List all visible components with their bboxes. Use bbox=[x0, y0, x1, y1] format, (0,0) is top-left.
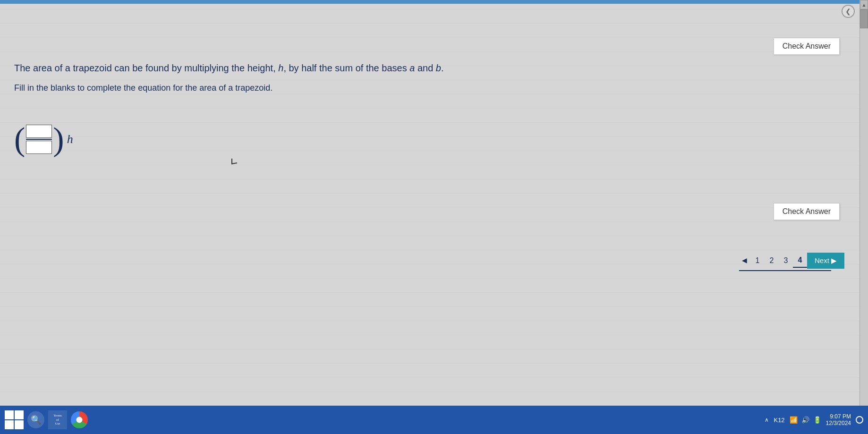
page-num-4[interactable]: 4 bbox=[793, 254, 807, 268]
check-answer-top-button[interactable]: Check Answer bbox=[774, 38, 840, 55]
taskbar-search-button[interactable]: 🔍 bbox=[27, 411, 44, 428]
top-bar bbox=[0, 0, 859, 4]
problem-line1-part4: . bbox=[441, 63, 444, 73]
fraction-denominator-input[interactable] bbox=[26, 141, 52, 154]
scrollbar[interactable]: ▲ bbox=[859, 0, 868, 406]
windows-icon-tr bbox=[15, 410, 24, 419]
page-num-1[interactable]: 1 bbox=[750, 254, 765, 268]
h-multiplier: h bbox=[67, 132, 73, 146]
back-icon: ❮ bbox=[845, 8, 851, 16]
cursor-indicator bbox=[231, 158, 237, 164]
search-icon: 🔍 bbox=[31, 415, 41, 425]
main-content bbox=[0, 0, 859, 406]
problem-line1-part1: The area of a trapezoid can be found by … bbox=[14, 63, 278, 73]
page-num-3[interactable]: 3 bbox=[779, 254, 793, 268]
problem-line1-part2: , by half the sum of the bases bbox=[283, 63, 409, 73]
taskbar-chrome-button[interactable] bbox=[71, 411, 88, 428]
wifi-icon: 📶 bbox=[790, 416, 798, 424]
volume-icon: 🔊 bbox=[801, 416, 809, 424]
scrollbar-up-arrow[interactable]: ▲ bbox=[860, 0, 868, 9]
windows-icon-bl bbox=[5, 420, 14, 429]
taskbar: 🔍 TermsofUse ∧ K12 📶 🔊 🔋 9:07 PM 12/3/20… bbox=[0, 406, 868, 434]
paren-right: ) bbox=[53, 123, 64, 156]
back-button[interactable]: ❮ bbox=[842, 5, 855, 18]
taskbar-right-area: ∧ K12 📶 🔊 🔋 9:07 PM 12/3/2024 bbox=[765, 413, 863, 426]
taskbar-time-display: 9:07 PM bbox=[826, 413, 851, 420]
problem-line2: Fill in the blanks to complete the equat… bbox=[14, 83, 830, 93]
terms-label: TermsofUse bbox=[53, 414, 61, 425]
math-expression: ( ) h bbox=[14, 123, 73, 156]
windows-start-button[interactable] bbox=[5, 410, 24, 429]
problem-line1-h: h bbox=[278, 63, 283, 73]
windows-icon-br bbox=[15, 420, 24, 429]
taskbar-terms-button[interactable]: TermsofUse bbox=[48, 410, 67, 429]
taskbar-date-display: 12/3/2024 bbox=[826, 420, 851, 426]
scrollbar-thumb[interactable] bbox=[860, 9, 868, 28]
pagination-row: ◀ 1 2 3 4 Next ▶ bbox=[739, 253, 844, 269]
pagination-wrapper: ◀ 1 2 3 4 Next ▶ bbox=[739, 253, 844, 272]
fraction-numerator-input[interactable] bbox=[26, 125, 52, 138]
taskbar-status-icons: 📶 🔊 🔋 bbox=[790, 416, 821, 424]
taskbar-clock[interactable]: 9:07 PM 12/3/2024 bbox=[826, 413, 851, 426]
page-num-2[interactable]: 2 bbox=[765, 254, 779, 268]
problem-line1-b: b bbox=[436, 63, 441, 73]
pagination-prev-arrow[interactable]: ◀ bbox=[739, 255, 750, 266]
windows-icon-tl bbox=[5, 410, 14, 419]
fraction-line bbox=[26, 139, 52, 140]
check-answer-bottom-button[interactable]: Check Answer bbox=[774, 203, 840, 220]
battery-icon: 🔋 bbox=[813, 416, 821, 424]
problem-line1: The area of a trapezoid can be found by … bbox=[14, 61, 830, 75]
paren-left: ( bbox=[14, 123, 25, 156]
pagination-underline bbox=[739, 270, 831, 272]
system-tray-arrow[interactable]: ∧ bbox=[765, 417, 769, 423]
problem-text-area: The area of a trapezoid can be found by … bbox=[14, 61, 830, 107]
problem-line1-part3: and bbox=[415, 63, 435, 73]
next-button[interactable]: Next ▶ bbox=[807, 253, 844, 269]
pagination-underline-row bbox=[739, 270, 844, 272]
taskbar-k12-label: K12 bbox=[774, 417, 784, 424]
problem-line1-a: a bbox=[409, 63, 415, 73]
taskbar-notification-button[interactable] bbox=[856, 416, 863, 424]
fraction-container bbox=[26, 125, 52, 154]
